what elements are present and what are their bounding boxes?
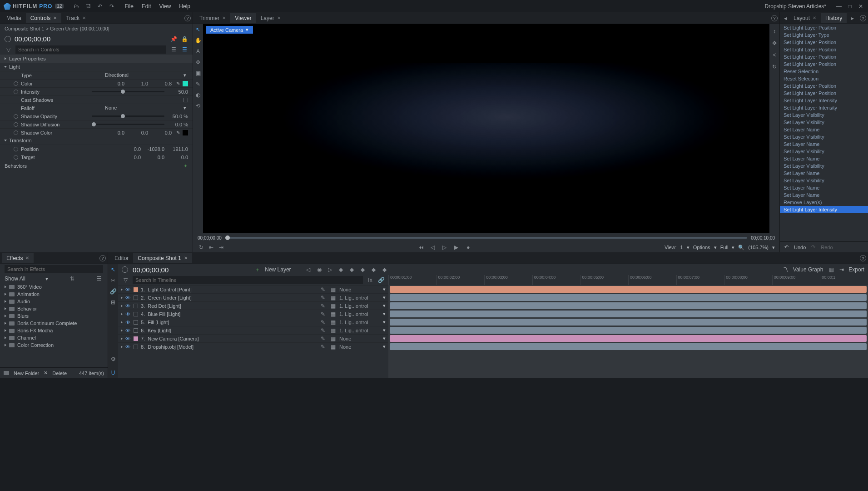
pin-icon[interactable]: 📌 xyxy=(170,35,177,43)
visibility-icon[interactable]: 👁 xyxy=(125,287,131,292)
color-swatch[interactable] xyxy=(183,81,188,86)
chevron-right-icon[interactable] xyxy=(121,288,123,291)
effects-folder[interactable]: 360° Video xyxy=(0,283,108,291)
pen-icon[interactable]: ✎ xyxy=(319,335,327,342)
kf-play-icon[interactable]: ◉ xyxy=(316,266,323,273)
chevron-down-icon[interactable]: ▾ xyxy=(383,303,386,309)
timeline-search-input[interactable] xyxy=(133,276,363,284)
select-tool-icon[interactable]: ↖ xyxy=(109,266,117,273)
delete-icon[interactable]: ✕ xyxy=(44,370,48,376)
playback-scrubber[interactable] xyxy=(225,237,747,239)
history-item[interactable]: Set Layer Visibility xyxy=(780,162,868,170)
track-bar[interactable] xyxy=(390,335,867,342)
pos-x[interactable]: 0.0 xyxy=(124,146,141,152)
filter-icon[interactable]: ▽ xyxy=(122,276,129,284)
undo-icon[interactable]: ↶ xyxy=(96,3,104,10)
shadow-opacity-value[interactable]: 50.0 % xyxy=(171,114,188,119)
quality-dropdown[interactable]: Full xyxy=(720,245,729,250)
visibility-icon[interactable]: 👁 xyxy=(125,303,131,309)
chevron-right-icon[interactable] xyxy=(121,305,123,307)
record-icon[interactable]: ● xyxy=(465,244,472,251)
target-y[interactable]: 0.0 xyxy=(147,155,164,160)
kf-4-icon[interactable]: ◆ xyxy=(370,266,377,273)
history-item[interactable]: Set Light Layer Intensity xyxy=(780,206,868,213)
help-icon[interactable]: ? xyxy=(860,255,866,261)
layer-name[interactable]: Green Under [Light] xyxy=(148,295,317,301)
vertical-tool-icon[interactable]: ↕ xyxy=(771,28,778,35)
help-icon[interactable]: ? xyxy=(771,15,778,21)
timeline-tracks[interactable]: 00;00;01;0000;00;02;0000;00;03;0000;00;0… xyxy=(388,275,868,378)
close-icon[interactable]: ✕ xyxy=(53,15,57,20)
snap-tool-icon[interactable]: ⊞ xyxy=(109,299,117,306)
type-dropdown[interactable]: Directional▾ xyxy=(105,72,188,78)
menu-file[interactable]: File xyxy=(124,3,133,10)
chevron-down-icon[interactable]: ▾ xyxy=(714,245,717,251)
parent-dropdown[interactable]: 1. Lig...ontrol xyxy=(339,320,380,325)
history-item[interactable]: Set Layer Name xyxy=(780,191,868,199)
export-button[interactable]: Export xyxy=(848,266,864,273)
tab-layout[interactable]: Layout✕ xyxy=(789,13,821,23)
parent-dropdown[interactable]: None xyxy=(339,336,380,341)
history-item[interactable]: Set Light Layer Position xyxy=(780,90,868,97)
target-z[interactable]: 0.0 xyxy=(171,155,188,160)
target-x[interactable]: 0.0 xyxy=(124,155,141,160)
keyframe-toggle[interactable] xyxy=(14,130,18,135)
layer-color[interactable] xyxy=(134,304,138,308)
history-item[interactable]: Set Layer Visibility xyxy=(780,177,868,184)
filter-icon[interactable]: ▽ xyxy=(5,46,12,53)
export-icon[interactable]: ⇥ xyxy=(839,266,844,273)
close-icon[interactable]: ✕ xyxy=(813,15,816,20)
visibility-icon[interactable]: 👁 xyxy=(125,320,131,325)
orbit-tool-icon[interactable]: ⟲ xyxy=(194,102,202,110)
parent-dropdown[interactable]: 1. Lig...ontrol xyxy=(339,295,380,301)
chevron-right-icon[interactable] xyxy=(121,296,123,299)
tab-composite-shot[interactable]: Composite Shot 1✕ xyxy=(133,253,192,263)
layer-color[interactable] xyxy=(134,320,138,325)
close-icon[interactable]: ✕ xyxy=(82,15,86,20)
chevron-down-icon[interactable]: ▾ xyxy=(383,311,386,317)
settings-icon[interactable]: ⚙ xyxy=(109,356,117,363)
redo-button[interactable]: Redo xyxy=(821,245,833,250)
layer-name[interactable]: New Camera [Camera] xyxy=(148,336,317,341)
timeline-layer-row[interactable]: 👁5.Fill [Light]✎▦1. Lig...ontrol▾ xyxy=(118,318,388,326)
fx-icon[interactable]: fx xyxy=(367,276,374,284)
hand-tool-icon[interactable]: ✋ xyxy=(194,37,202,44)
crop-tool-icon[interactable]: ▣ xyxy=(194,70,202,77)
intensity-slider[interactable] xyxy=(92,91,164,92)
chevron-right-icon[interactable] xyxy=(121,313,123,316)
fx-icon[interactable]: ▦ xyxy=(329,286,337,293)
parent-dropdown[interactable]: None xyxy=(339,287,380,292)
goto-start-icon[interactable]: ⏮ xyxy=(417,244,425,251)
chevron-down-icon[interactable]: ▾ xyxy=(45,276,48,282)
visibility-icon[interactable]: 👁 xyxy=(125,336,131,341)
layer-name[interactable]: Dropship.obj [Model] xyxy=(148,344,317,350)
parent-dropdown[interactable]: None xyxy=(339,344,380,350)
play-icon[interactable]: ▶ xyxy=(453,244,460,251)
history-item[interactable]: Set Layer Visibility xyxy=(780,111,868,119)
minimize-icon[interactable]: — xyxy=(835,3,843,10)
menu-view[interactable]: View xyxy=(159,3,171,10)
new-layer-button[interactable]: New Layer xyxy=(265,266,291,273)
timeline-layer-row[interactable]: 👁7.New Camera [Camera]✎▦None▾ xyxy=(118,334,388,342)
history-item[interactable]: Set Light Layer Position xyxy=(780,46,868,53)
layer-color[interactable] xyxy=(134,328,138,333)
history-item[interactable]: Set Layer Name xyxy=(780,184,868,191)
kf-1-icon[interactable]: ◆ xyxy=(337,266,345,273)
chevron-down-icon[interactable]: ▾ xyxy=(383,295,386,301)
pos-y[interactable]: -1028.0 xyxy=(147,146,164,152)
chevron-right-icon[interactable] xyxy=(121,337,123,340)
menu-help[interactable]: Help xyxy=(179,3,190,10)
history-item[interactable]: Set Layer Name xyxy=(780,126,868,133)
pan-tool-icon[interactable]: ✥ xyxy=(771,40,778,47)
list-icon[interactable]: ☰ xyxy=(170,46,177,53)
fx-icon[interactable]: ▦ xyxy=(329,311,337,318)
history-item[interactable]: Set Light Layer Position xyxy=(780,82,868,90)
zoom-value[interactable]: (105.7%) xyxy=(748,245,769,250)
timecode-value[interactable]: 00;00;00;00 xyxy=(15,35,50,43)
menu-edit[interactable]: Edit xyxy=(142,3,151,10)
eyedropper-icon[interactable]: ✎ xyxy=(176,81,180,86)
history-item[interactable]: Reset Selection xyxy=(780,75,868,82)
pen-icon[interactable]: ✎ xyxy=(319,319,327,326)
effects-folder[interactable]: Behavior xyxy=(0,305,108,312)
timeline-layer-row[interactable]: 👁3.Red Dot [Light]✎▦1. Lig...ontrol▾ xyxy=(118,301,388,310)
